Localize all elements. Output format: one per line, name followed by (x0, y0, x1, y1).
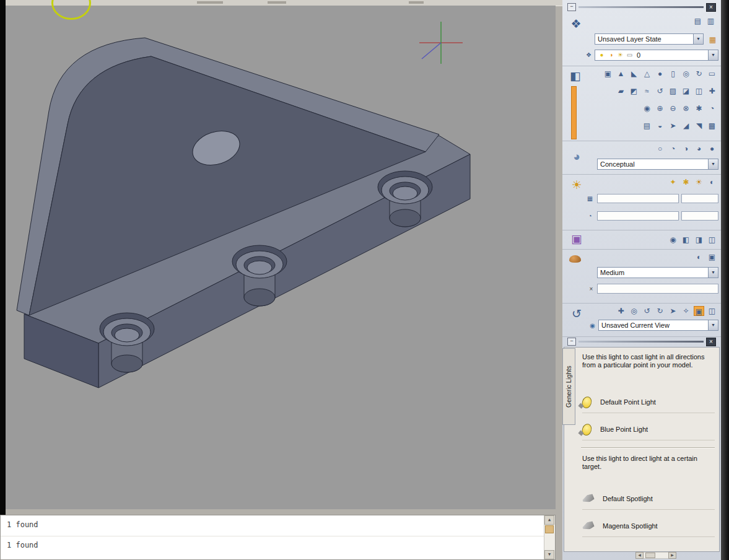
visual-style-combo[interactable]: Conceptual ▼ (597, 159, 718, 170)
helix-icon[interactable]: ↻ (694, 69, 704, 79)
convert-to-solid-icon[interactable]: ◢ (681, 121, 691, 131)
layer-state-combo[interactable]: Unsaved Layer State ▼ (595, 33, 704, 45)
layer-states-manager-icon[interactable]: ▦ (707, 35, 718, 45)
scroll-left-icon[interactable]: ◀ (635, 552, 644, 559)
subtract-icon[interactable]: ⊖ (668, 103, 678, 113)
sun-status-icon[interactable]: ☀ (694, 177, 704, 187)
chevron-down-icon[interactable]: ▼ (693, 34, 703, 44)
close-icon[interactable]: × (706, 338, 716, 346)
camera-icon[interactable]: ▣ (694, 306, 704, 316)
extract-edges-icon[interactable]: ➤ (668, 121, 678, 131)
scrollbar-track[interactable] (644, 552, 668, 559)
hidden-style-icon[interactable]: ◑ (681, 144, 691, 154)
imprint-icon[interactable]: ◒ (655, 121, 665, 131)
new-spotlight-icon[interactable]: ✱ (681, 177, 691, 187)
header-grip[interactable] (578, 6, 704, 8)
layer-properties-manager-icon[interactable]: ▤ (692, 16, 703, 26)
planar-mapping-icon[interactable]: ◧ (681, 235, 691, 245)
sun-location-field-2[interactable] (681, 194, 718, 203)
sun-time-field[interactable] (597, 211, 679, 221)
tool-default-point-light[interactable]: Default Point Light (582, 392, 715, 413)
scroll-right-icon[interactable]: ▶ (668, 552, 676, 559)
section-plane-icon[interactable]: ▤ (642, 121, 652, 131)
solid-check-icon[interactable]: ✱ (694, 103, 704, 113)
command-line-window[interactable]: 1 found 1 found ▲ ▼ (0, 515, 556, 560)
spherical-mapping-icon[interactable]: ◫ (707, 235, 717, 245)
free-orbit-icon[interactable]: ↻ (655, 306, 665, 316)
collapse-icon[interactable]: − (567, 3, 576, 11)
tab-generic-lights[interactable]: Generic Lights (562, 348, 575, 425)
scrollbar-thumb[interactable] (645, 553, 655, 558)
visual-style-section-icon[interactable]: ◕ (569, 150, 584, 164)
palette-horizontal-scrollbar[interactable]: ◀ ▶ (635, 552, 676, 559)
box-icon[interactable]: ▣ (603, 69, 613, 79)
render-teapot-icon[interactable] (569, 255, 581, 263)
cylinder-icon[interactable]: ▯ (668, 69, 678, 79)
sun-time-field-2[interactable] (681, 211, 718, 221)
layer-on-bulb-icon[interactable]: ● (598, 51, 606, 59)
collapse-icon[interactable]: − (567, 338, 576, 346)
sun-location-field[interactable] (597, 194, 679, 203)
planar-surface-icon[interactable]: ▭ (707, 69, 717, 79)
tool-default-spotlight[interactable]: Default Spotlight (582, 488, 715, 510)
model-viewport[interactable] (6, 6, 556, 509)
show-motion-icon[interactable]: ◫ (707, 306, 717, 316)
box-mapping-icon[interactable]: ◨ (694, 235, 704, 245)
sun-time-icon[interactable]: ◔ (586, 212, 594, 221)
render-quality-combo[interactable]: Medium ▼ (597, 267, 718, 278)
layer-previous-icon[interactable]: ❖ (585, 51, 593, 59)
chevron-down-icon[interactable]: ▼ (708, 268, 718, 278)
wireframe-2d-icon[interactable]: ○ (655, 144, 665, 154)
materials-section-icon[interactable]: ▣ (569, 232, 584, 246)
scroll-up-icon[interactable]: ▲ (544, 515, 554, 525)
pan-icon[interactable]: ✚ (616, 306, 626, 316)
thicken-icon[interactable]: ◫ (694, 86, 704, 96)
render-output-field[interactable] (597, 284, 718, 294)
extrude-icon[interactable]: ◩ (629, 86, 639, 96)
render-window-icon[interactable]: ▣ (707, 252, 717, 262)
wedge-icon[interactable]: ◣ (629, 69, 639, 79)
convert-to-surface-icon[interactable]: ◥ (694, 121, 704, 131)
layer-color-swatch-icon[interactable]: ▭ (626, 51, 634, 59)
materials-editor-icon[interactable]: ◉ (668, 235, 678, 245)
command-scrollbar[interactable]: ▲ ▼ (544, 515, 555, 559)
chevron-down-icon[interactable]: ▼ (708, 159, 718, 169)
union-icon[interactable]: ⊕ (655, 103, 665, 113)
fly-icon[interactable]: ✧ (681, 306, 691, 316)
make-3d-section-icon[interactable]: ◧ (568, 69, 583, 83)
chevron-down-icon[interactable]: ▼ (708, 50, 718, 60)
current-view-radio-icon[interactable]: ◉ (588, 322, 596, 330)
pyramid-icon[interactable]: ▲ (616, 69, 626, 79)
scroll-down-icon[interactable]: ▼ (544, 550, 554, 559)
chevron-down-icon[interactable]: ▼ (708, 320, 718, 330)
current-layer-combo[interactable]: ●◑☀▭ 0 ▼ (595, 50, 718, 61)
layers-section-icon[interactable]: ❖ (569, 17, 583, 31)
layer-freeze-icon[interactable]: ◑ (607, 51, 615, 59)
cone-icon[interactable]: △ (642, 69, 652, 79)
slice-icon[interactable]: ◪ (681, 86, 691, 96)
loft-icon[interactable]: ▨ (668, 86, 678, 96)
layer-states-icon[interactable]: ▥ (705, 16, 716, 26)
current-view-combo[interactable]: Unsaved Current View ▼ (598, 320, 718, 331)
polysolid-icon[interactable]: ▰ (616, 86, 626, 96)
new-point-light-icon[interactable]: ✦ (668, 177, 678, 187)
geographic-location-icon[interactable]: ▦ (586, 195, 594, 203)
lights-section-icon[interactable]: ☀ (569, 178, 584, 192)
layer-lock-icon[interactable]: ☀ (616, 51, 624, 59)
tool-magenta-spotlight[interactable]: Magenta Spotlight (582, 515, 715, 537)
intersect-icon[interactable]: ⊗ (681, 103, 691, 113)
explode-icon[interactable]: ▩ (707, 121, 717, 131)
realistic-style-icon[interactable]: ◕ (694, 144, 704, 154)
zoom-icon[interactable]: ◎ (629, 306, 639, 316)
scrollbar-thumb[interactable] (545, 525, 554, 533)
solid-history-icon[interactable]: ◔ (707, 103, 717, 113)
close-icon[interactable]: × (706, 3, 716, 12)
wireframe-3d-icon[interactable]: ◔ (668, 144, 678, 154)
revolve-icon[interactable]: ↺ (655, 86, 665, 96)
sphere-icon[interactable]: ● (655, 69, 665, 79)
header-grip[interactable] (578, 341, 704, 343)
tool-blue-point-light[interactable]: Blue Point Light (582, 419, 715, 440)
sweep-icon[interactable]: ≈ (642, 86, 652, 96)
presspull-icon[interactable]: ✚ (707, 86, 717, 96)
constrained-orbit-icon[interactable]: ↺ (642, 306, 652, 316)
